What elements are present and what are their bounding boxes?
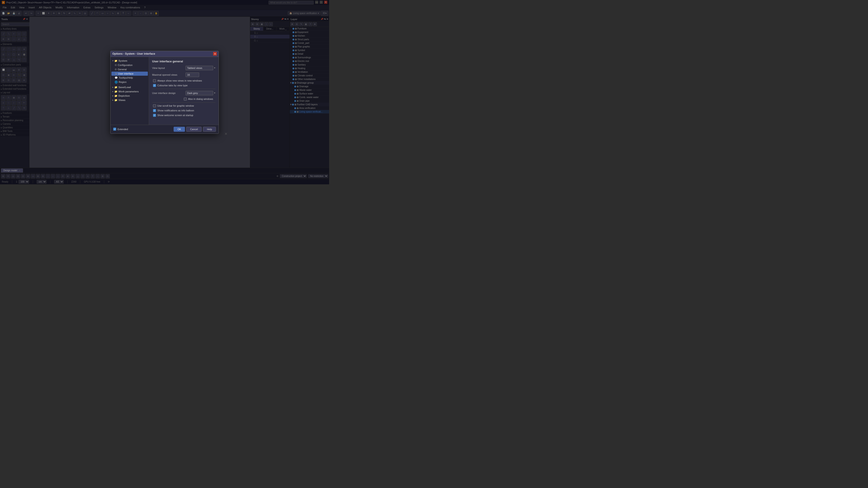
tree-saveload-label: Save/Load	[119, 86, 131, 89]
tree-workparams-arrow: ▸	[112, 90, 114, 93]
tree-ui-icon: 🖥	[115, 72, 117, 75]
tree-saveload-arrow: ▸	[112, 86, 114, 88]
options-dialog: Options - System - User interface ✕ ▾ 📁 …	[110, 51, 219, 134]
tree-system[interactable]: ▾ 📁 System	[112, 59, 148, 63]
tree-depiction-arrow: ▸	[112, 95, 114, 97]
options-dialog-title: Options - System - User interface	[112, 52, 155, 55]
options-tree: ▾ 📁 System ⚙ Configuration ⚙ General 🖥 U…	[111, 57, 149, 125]
tree-configuration-icon: ⚙	[115, 64, 117, 67]
ui-design-dropdown-icon: ▾	[214, 92, 215, 94]
footer-right: OK Cancel Help	[174, 127, 216, 132]
cb-colourise-label: Colourise tabs by view type	[157, 84, 188, 87]
tree-system-label: System	[119, 59, 127, 62]
max-views-row: Maximal opened views	[152, 72, 215, 77]
tree-tooltips-label: Tooltips/Help	[119, 76, 133, 79]
extended-label: Extended	[118, 128, 128, 131]
cb-new-views-row: Always show new views in new windows	[152, 79, 215, 82]
tree-user-interface[interactable]: 🖥 User interface	[112, 72, 148, 76]
tree-views-folder-icon: 📁	[114, 99, 118, 102]
tree-tooltips-icon: 💬	[115, 76, 118, 79]
cb-scrollbar[interactable]	[153, 104, 156, 107]
ok-button[interactable]: OK	[174, 127, 185, 132]
cb-welcome-row: ✓ Show welcome screen at startup	[152, 114, 215, 117]
max-views-label: Maximal opened views	[152, 73, 184, 76]
cb-scrollbar-row: Use scroll bar for graphic window	[152, 104, 215, 107]
cancel-button[interactable]: Cancel	[186, 127, 202, 132]
tree-views-arrow: ▸	[112, 99, 114, 101]
footer-left: ✓ Extended	[113, 128, 128, 131]
ui-general-title: User interface general	[152, 60, 215, 63]
options-dialog-title-bar: Options - System - User interface ✕	[111, 51, 219, 57]
tree-region-label: Region	[119, 80, 127, 84]
tree-views[interactable]: ▸ 📁 Views	[112, 98, 148, 102]
tree-workparams[interactable]: ▸ 📁 Work parameters	[112, 90, 148, 94]
extended-cb[interactable]: ✓	[113, 128, 116, 131]
options-dialog-close-button[interactable]: ✕	[213, 52, 217, 56]
tree-depiction-label: Depiction	[119, 94, 130, 97]
tree-general[interactable]: ⚙ General	[112, 67, 148, 72]
tree-depiction-folder-icon: 📁	[114, 94, 118, 97]
cb-notifications-row: ✓ Show notifications as info balloon	[152, 109, 215, 112]
view-layout-dropdown-icon: ▾	[214, 66, 215, 69]
tree-views-label: Views	[119, 99, 125, 101]
tree-saveload[interactable]: ▸ 📁 Save/Load	[112, 85, 148, 90]
cb-new-views[interactable]	[153, 79, 156, 82]
tree-region-icon: 🌐	[115, 80, 118, 84]
view-layout-row: View layout Tabbed views ▾	[152, 66, 215, 70]
ui-design-row: User interface design Dark grey ▾	[152, 91, 215, 95]
cb-new-views-label: Always show new views in new windows	[157, 79, 202, 82]
view-layout-label: View layout	[152, 67, 184, 69]
tree-depiction[interactable]: ▸ 📁 Depiction	[112, 94, 148, 98]
tree-tooltips[interactable]: 💬 Tooltips/Help	[112, 76, 148, 80]
ui-design-label: User interface design	[152, 92, 184, 94]
cb-welcome-label: Show welcome screen at startup	[157, 114, 193, 117]
tree-workparams-folder-icon: 📁	[114, 90, 118, 93]
tree-general-label: General	[118, 68, 127, 71]
tree-configuration[interactable]: ⚙ Configuration	[112, 63, 148, 67]
cb-colourise[interactable]: ✓	[153, 84, 156, 87]
cb-notifications-label: Show notifications as info balloon	[157, 109, 194, 112]
max-views-input[interactable]	[186, 72, 199, 77]
options-content: User interface general View layout Tabbe…	[149, 57, 219, 125]
also-in-dialogs-row: Also in dialog windows	[152, 98, 215, 101]
modal-overlay: Options - System - User interface ✕ ▾ 📁 …	[0, 0, 329, 184]
tree-system-folder-icon: 📁	[114, 59, 118, 62]
cb-colourise-row: ✓ Colourise tabs by view type	[152, 84, 215, 87]
also-in-dialogs-label: Also in dialog windows	[188, 98, 213, 100]
options-dialog-footer: ✓ Extended OK Cancel Help	[111, 125, 219, 133]
tree-configuration-label: Configuration	[118, 64, 132, 66]
ui-design-select[interactable]: Dark grey	[186, 91, 213, 95]
options-dialog-body: ▾ 📁 System ⚙ Configuration ⚙ General 🖥 U…	[111, 57, 219, 125]
tree-region[interactable]: 🌐 Region	[112, 80, 148, 84]
tree-system-arrow: ▾	[112, 60, 114, 62]
tree-ui-label: User interface	[118, 72, 133, 75]
cb-welcome[interactable]: ✓	[153, 114, 156, 117]
modal-sep-2	[152, 102, 215, 103]
cb-scrollbar-label: Use scroll bar for graphic window	[157, 104, 194, 107]
view-layout-select[interactable]: Tabbed views	[186, 66, 213, 70]
tree-workparams-label: Work parameters	[119, 90, 139, 93]
tree-general-icon: ⚙	[115, 68, 117, 71]
tree-saveload-folder-icon: 📁	[114, 86, 118, 89]
help-button[interactable]: Help	[203, 127, 216, 132]
also-in-dialogs-cb[interactable]	[184, 98, 187, 101]
cb-notifications[interactable]: ✓	[153, 109, 156, 112]
